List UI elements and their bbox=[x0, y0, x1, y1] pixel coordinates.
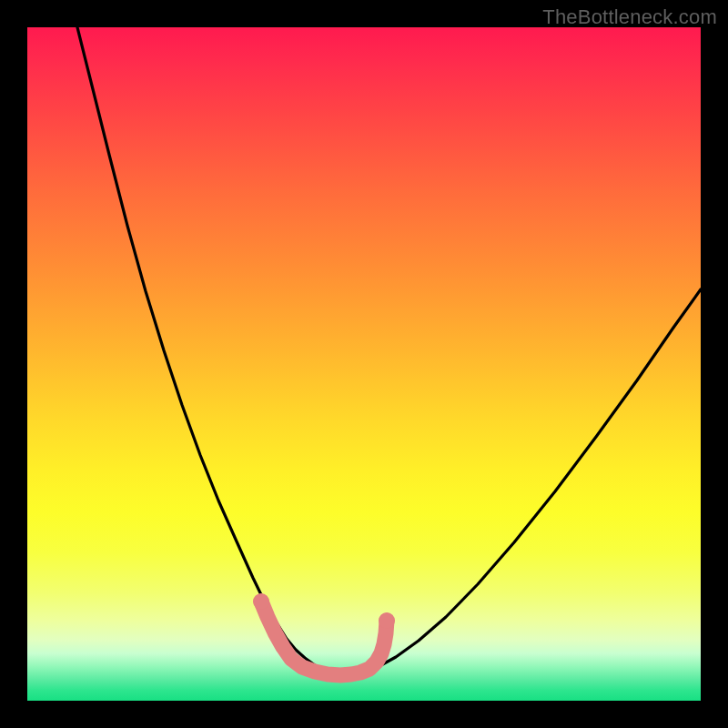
plot-area bbox=[27, 27, 701, 701]
chart-frame: TheBottleneck.com bbox=[0, 0, 728, 728]
flat-zone-end-dot bbox=[379, 612, 395, 629]
flat-zone-end-dot bbox=[253, 593, 269, 610]
flat-zone-highlight bbox=[261, 602, 387, 675]
curve-layer bbox=[27, 27, 701, 701]
bottleneck-curve bbox=[77, 27, 701, 674]
watermark-label: TheBottleneck.com bbox=[542, 5, 717, 29]
